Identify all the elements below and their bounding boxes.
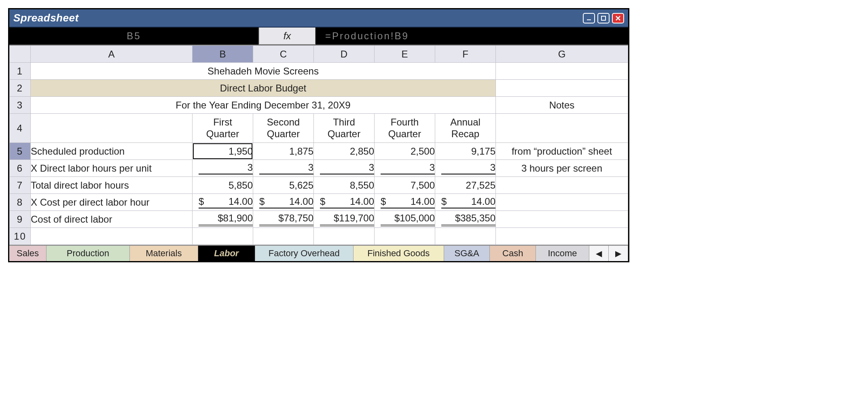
cell-A6[interactable]: X Direct labor hours per unit bbox=[31, 160, 193, 177]
tab-income[interactable]: Income bbox=[536, 246, 589, 261]
cell-F9[interactable]: $385,350 bbox=[435, 211, 496, 228]
cell-q2-header[interactable]: SecondQuarter bbox=[253, 114, 314, 143]
amt-E8: 14.00 bbox=[411, 196, 435, 207]
cell-C7[interactable]: 5,625 bbox=[253, 177, 314, 194]
val-D9: $119,700 bbox=[320, 213, 374, 226]
col-header-B[interactable]: B bbox=[193, 46, 253, 63]
cell-F10[interactable] bbox=[435, 228, 496, 245]
cell-A4[interactable] bbox=[31, 114, 193, 143]
cell-G9[interactable] bbox=[496, 211, 628, 228]
cell-E5[interactable]: 2,500 bbox=[375, 143, 435, 160]
val-F9: $385,350 bbox=[441, 213, 495, 226]
cell-G8[interactable] bbox=[496, 194, 628, 211]
cell-E10[interactable] bbox=[375, 228, 435, 245]
cell-G5[interactable]: from “production” sheet bbox=[496, 143, 628, 160]
row-header-10[interactable]: 10 bbox=[10, 228, 31, 245]
cell-G4[interactable] bbox=[496, 114, 628, 143]
fx-button[interactable]: fx bbox=[259, 28, 315, 45]
cell-G6[interactable]: 3 hours per screen bbox=[496, 160, 628, 177]
cell-D9[interactable]: $119,700 bbox=[314, 211, 375, 228]
q4-header-text: FourthQuarter bbox=[388, 117, 421, 139]
maximize-button[interactable] bbox=[597, 13, 610, 23]
cell-title-budget[interactable]: Direct Labor Budget bbox=[31, 80, 496, 97]
cell-annual-header[interactable]: AnnualRecap bbox=[435, 114, 496, 143]
cell-q1-header[interactable]: FirstQuarter bbox=[193, 114, 253, 143]
row-header-9[interactable]: 9 bbox=[10, 211, 31, 228]
cell-E9[interactable]: $105,000 bbox=[375, 211, 435, 228]
cell-C9[interactable]: $78,750 bbox=[253, 211, 314, 228]
tab-production[interactable]: Production bbox=[47, 246, 130, 261]
col-header-E[interactable]: E bbox=[375, 46, 435, 63]
minimize-button[interactable] bbox=[583, 13, 595, 23]
cell-B6[interactable]: 3 bbox=[193, 160, 253, 177]
cell-title-period[interactable]: For the Year Ending December 31, 20X9 bbox=[31, 97, 496, 114]
tab-cash[interactable]: Cash bbox=[490, 246, 536, 261]
col-header-D[interactable]: D bbox=[314, 46, 375, 63]
cell-G2[interactable] bbox=[496, 80, 628, 97]
tab-scroll-right[interactable]: ▶ bbox=[609, 246, 628, 261]
row-header-4[interactable]: 4 bbox=[10, 114, 31, 143]
row-header-8[interactable]: 8 bbox=[10, 194, 31, 211]
cell-F5[interactable]: 9,175 bbox=[435, 143, 496, 160]
cell-E7[interactable]: 7,500 bbox=[375, 177, 435, 194]
cell-B7[interactable]: 5,850 bbox=[193, 177, 253, 194]
col-header-A[interactable]: A bbox=[31, 46, 193, 63]
row-6: 6 X Direct labor hours per unit 3 3 3 3 … bbox=[10, 160, 628, 177]
row-header-2[interactable]: 2 bbox=[10, 80, 31, 97]
sym-C8: $ bbox=[259, 196, 267, 207]
tab-sales[interactable]: Sales bbox=[9, 246, 47, 261]
col-header-C[interactable]: C bbox=[253, 46, 314, 63]
cell-D7[interactable]: 8,550 bbox=[314, 177, 375, 194]
cell-C5[interactable]: 1,875 bbox=[253, 143, 314, 160]
tab-finished-goods[interactable]: Finished Goods bbox=[354, 246, 444, 261]
cell-F8[interactable]: $14.00 bbox=[435, 194, 496, 211]
tab-labor[interactable]: Labor bbox=[198, 246, 255, 261]
cell-A8[interactable]: X Cost per direct labor hour bbox=[31, 194, 193, 211]
cell-notes-header[interactable]: Notes bbox=[496, 97, 628, 114]
cell-G7[interactable] bbox=[496, 177, 628, 194]
name-box[interactable]: B5 bbox=[9, 28, 259, 45]
cell-B8[interactable]: $14.00 bbox=[193, 194, 253, 211]
tab-sga[interactable]: SG&A bbox=[444, 246, 490, 261]
col-header-F[interactable]: F bbox=[435, 46, 496, 63]
formula-input[interactable]: =Production!B9 bbox=[315, 28, 628, 45]
cell-A10[interactable] bbox=[31, 228, 193, 245]
cell-title-company[interactable]: Shehadeh Movie Screens bbox=[31, 63, 496, 80]
cell-A5[interactable]: Scheduled production bbox=[31, 143, 193, 160]
tab-factory-overhead[interactable]: Factory Overhead bbox=[255, 246, 354, 261]
cell-E6[interactable]: 3 bbox=[375, 160, 435, 177]
tab-materials[interactable]: Materials bbox=[130, 246, 198, 261]
col-header-G[interactable]: G bbox=[496, 46, 628, 63]
cell-C10[interactable] bbox=[253, 228, 314, 245]
cell-D10[interactable] bbox=[314, 228, 375, 245]
cell-q3-header[interactable]: ThirdQuarter bbox=[314, 114, 375, 143]
cell-F7[interactable]: 27,525 bbox=[435, 177, 496, 194]
q1-header-text: FirstQuarter bbox=[206, 117, 239, 139]
cell-B10[interactable] bbox=[193, 228, 253, 245]
row-header-1[interactable]: 1 bbox=[10, 63, 31, 80]
val-E9: $105,000 bbox=[381, 213, 435, 226]
close-button[interactable] bbox=[612, 13, 624, 23]
val-B9: $81,900 bbox=[199, 213, 253, 226]
cell-B5[interactable]: 1,950 bbox=[193, 143, 253, 160]
cell-A9[interactable]: Cost of direct labor bbox=[31, 211, 193, 228]
row-header-6[interactable]: 6 bbox=[10, 160, 31, 177]
row-header-7[interactable]: 7 bbox=[10, 177, 31, 194]
tab-scroll-left[interactable]: ◀ bbox=[589, 246, 609, 261]
cell-E8[interactable]: $14.00 bbox=[375, 194, 435, 211]
select-all-corner[interactable] bbox=[10, 46, 31, 63]
cell-C8[interactable]: $14.00 bbox=[253, 194, 314, 211]
cell-A7[interactable]: Total direct labor hours bbox=[31, 177, 193, 194]
row-header-3[interactable]: 3 bbox=[10, 97, 31, 114]
cell-G1[interactable] bbox=[496, 63, 628, 80]
cell-G10[interactable] bbox=[496, 228, 628, 245]
cell-B9[interactable]: $81,900 bbox=[193, 211, 253, 228]
svg-rect-1 bbox=[601, 16, 605, 20]
cell-D5[interactable]: 2,850 bbox=[314, 143, 375, 160]
cell-D6[interactable]: 3 bbox=[314, 160, 375, 177]
cell-D8[interactable]: $14.00 bbox=[314, 194, 375, 211]
row-header-5[interactable]: 5 bbox=[10, 143, 31, 160]
cell-F6[interactable]: 3 bbox=[435, 160, 496, 177]
cell-C6[interactable]: 3 bbox=[253, 160, 314, 177]
cell-q4-header[interactable]: FourthQuarter bbox=[375, 114, 435, 143]
